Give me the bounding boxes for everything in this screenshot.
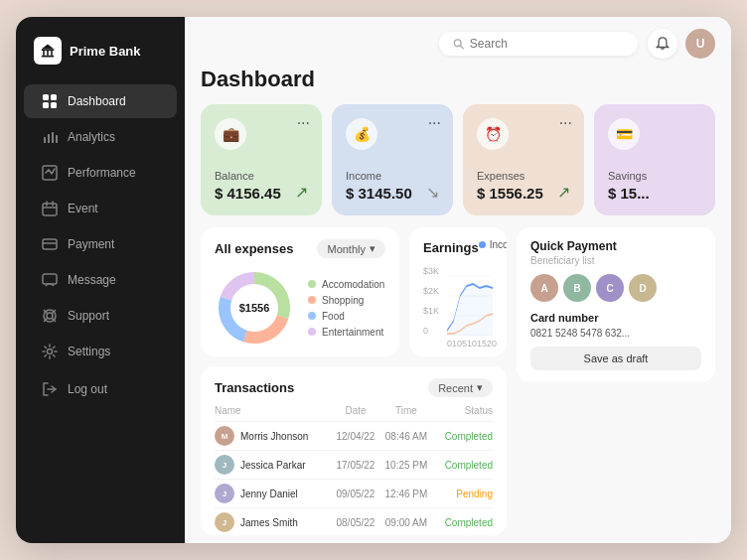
svg-rect-13 (56, 135, 58, 143)
user-avatar-button[interactable]: U (685, 29, 715, 59)
expenses-trend-icon: ↗ (557, 183, 570, 202)
page-body: Dashboard ··· 💼 Balance $ 4156.45 ↗ ··· … (185, 67, 731, 543)
qp-avatar[interactable]: C (596, 274, 624, 302)
sidebar-item-dashboard[interactable]: Dashboard (24, 84, 177, 118)
left-panels: All expenses Monthly ▾ (201, 227, 507, 535)
wallet-icon: 💼 (215, 118, 246, 150)
lower-section: All expenses Monthly ▾ (201, 227, 715, 535)
tx-name-cell: J Jessica Parkar (215, 451, 332, 480)
legend-dot-accomodation (308, 280, 316, 288)
sidebar-item-logout[interactable]: Log out (24, 372, 177, 406)
mid-row: All expenses Monthly ▾ (201, 227, 507, 356)
svg-rect-19 (43, 239, 57, 249)
expenses-panel-title: All expenses (215, 241, 294, 256)
savings-card-value: $ 15... (608, 185, 701, 202)
svg-rect-11 (48, 134, 50, 143)
notification-button[interactable] (648, 29, 677, 59)
svg-rect-4 (42, 56, 55, 58)
svg-rect-7 (51, 94, 57, 100)
qp-avatar[interactable]: A (530, 274, 558, 302)
sidebar-logo: Prime Bank (16, 37, 185, 84)
income-card: ··· 💰 Income $ 3145.50 ↘ (332, 104, 453, 215)
save-draft-button[interactable]: Save as draft (530, 347, 701, 370)
quick-payment-panel: Quick Payment Beneficiary list ABCD Card… (517, 227, 715, 382)
svg-marker-5 (42, 45, 55, 50)
sidebar-nav: Dashboard Analytics Performance (16, 84, 185, 406)
tx-status: Pending (433, 480, 493, 508)
legend-entertainment: Entertainment (308, 327, 384, 338)
tx-time: 12:46 PM (379, 480, 432, 508)
svg-rect-21 (43, 274, 57, 284)
income-card-value: $ 3145.50 (346, 185, 439, 202)
sidebar-item-performance[interactable]: Performance (24, 156, 177, 190)
earnings-legend: Income Expenses (479, 239, 507, 250)
svg-line-31 (460, 46, 463, 49)
expenses-card-label: Expenses (477, 170, 570, 182)
chevron-down-icon: ▾ (370, 242, 375, 255)
table-row: J James Smith 08/05/22 09:00 AM Complete… (215, 508, 493, 536)
card-number-section: Card number 0821 5248 5478 632... (530, 312, 701, 339)
tx-date: 12/04/22 (332, 422, 380, 451)
svg-point-28 (48, 350, 53, 354)
legend-food: Food (308, 311, 384, 322)
right-panel: Quick Payment Beneficiary list ABCD Card… (517, 227, 715, 535)
sidebar-item-settings[interactable]: Settings (24, 335, 177, 368)
svg-rect-15 (43, 204, 57, 215)
transactions-panel: Transactions Recent ▾ Name Date (201, 366, 507, 535)
chart-x-labels: 01 05 10 15 20 (423, 339, 493, 349)
earnings-chart-svg (447, 266, 493, 336)
transactions-period-label: Recent (438, 382, 473, 394)
qp-avatar[interactable]: B (563, 274, 591, 302)
expenses-panel-header: All expenses Monthly ▾ (215, 239, 385, 258)
tx-date: 08/05/22 (332, 508, 380, 536)
legend-dot-entertainment (308, 328, 316, 336)
tx-name-cell: J James Smith (215, 508, 332, 536)
sidebar-item-event[interactable]: Event (24, 192, 177, 225)
quick-payment-subtitle: Beneficiary list (530, 255, 701, 266)
table-row: J Jenny Daniel 09/05/22 12:46 PM Pending (215, 480, 493, 508)
svg-rect-6 (43, 94, 49, 100)
sidebar: Prime Bank Dashboard Analyti (16, 17, 185, 543)
tx-name-cell: M Morris Jhonson (215, 422, 332, 451)
transactions-period-dropdown[interactable]: Recent ▾ (428, 378, 493, 397)
sidebar-analytics-label: Analytics (68, 130, 115, 144)
chart-y-labels: $3K $2K $1K 0 (423, 266, 439, 336)
col-date: Date (332, 405, 380, 422)
expenses-card-menu[interactable]: ··· (559, 114, 572, 132)
expenses-legend: Accomodation Shopping Food (308, 279, 384, 338)
balance-card-value: $ 4156.45 (215, 185, 308, 202)
search-input[interactable] (470, 37, 624, 51)
svg-rect-9 (51, 102, 57, 108)
svg-rect-10 (44, 137, 46, 143)
sidebar-message-label: Message (68, 273, 116, 287)
balance-trend-icon: ↗ (295, 183, 308, 202)
col-time: Time (379, 405, 432, 422)
expenses-period-dropdown[interactable]: Monthly ▾ (317, 239, 385, 258)
svg-rect-2 (47, 51, 49, 56)
topbar-icons: U (648, 29, 715, 59)
svg-rect-14 (43, 166, 57, 180)
balance-card-menu[interactable]: ··· (297, 114, 310, 132)
savings-icon: 💳 (608, 118, 640, 150)
sidebar-item-payment[interactable]: Payment (24, 227, 177, 261)
quick-payment-title: Quick Payment (530, 239, 701, 253)
col-name: Name (215, 405, 332, 422)
search-bar[interactable] (439, 32, 638, 56)
expenses-content: $1556 Accomodation Shopping (215, 268, 385, 348)
income-legend-dot (479, 241, 486, 248)
legend-shopping: Shopping (308, 295, 384, 306)
sidebar-item-support[interactable]: Support (24, 299, 177, 333)
balance-card-label: Balance (215, 170, 308, 182)
income-card-menu[interactable]: ··· (428, 114, 441, 132)
income-icon: 💰 (346, 118, 377, 150)
qp-avatar[interactable]: D (629, 274, 657, 302)
tx-time: 09:00 AM (379, 508, 432, 536)
expenses-panel: All expenses Monthly ▾ (201, 227, 399, 356)
main-content: U Dashboard ··· 💼 Balance $ 4156.45 ↗ ··… (185, 17, 731, 543)
sidebar-item-analytics[interactable]: Analytics (24, 120, 177, 154)
quick-payment-avatars: ABCD (530, 274, 701, 302)
transactions-header: Transactions Recent ▾ (215, 378, 493, 397)
tx-date: 17/05/22 (332, 451, 380, 480)
sidebar-item-message[interactable]: Message (24, 263, 177, 297)
expenses-card: ··· ⏰ Expenses $ 1556.25 ↗ (463, 104, 584, 215)
